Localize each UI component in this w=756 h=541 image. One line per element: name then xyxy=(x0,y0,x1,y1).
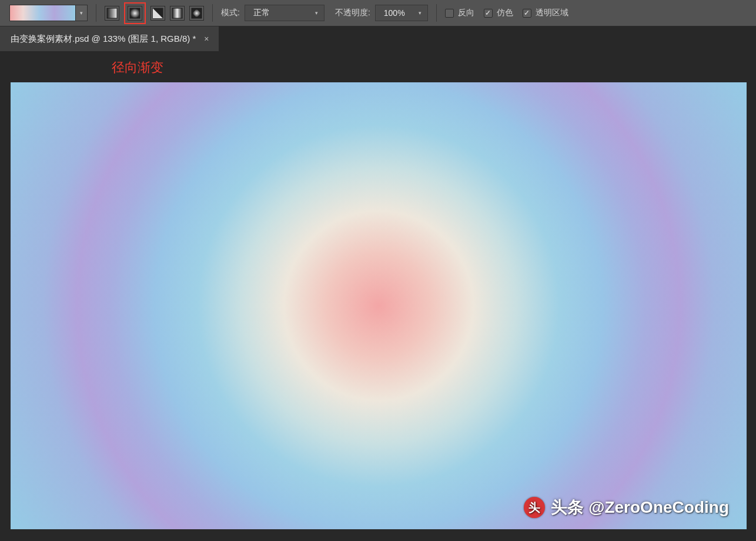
annotation-label: 径向渐变 xyxy=(112,59,163,76)
reverse-label: 反向 xyxy=(458,8,474,18)
radial-gradient-icon xyxy=(129,8,141,19)
linear-gradient-icon xyxy=(106,8,118,19)
canvas-area: 头 头条 @ZeroOneCoding xyxy=(11,82,747,529)
gradient-reflected-button[interactable] xyxy=(170,6,185,21)
blend-mode-select[interactable]: 正常 ▾ xyxy=(245,5,325,21)
transparency-checkbox-group: 透明区域 xyxy=(523,8,568,18)
gradient-swatch[interactable] xyxy=(9,5,76,21)
gradient-dropdown[interactable]: ▾ xyxy=(76,5,88,21)
mode-label: 模式: xyxy=(221,8,240,18)
gradient-radial-button[interactable] xyxy=(128,6,142,21)
dither-label: 仿色 xyxy=(497,8,513,18)
divider xyxy=(436,4,437,22)
document-canvas[interactable] xyxy=(11,82,747,529)
opacity-value: 100% xyxy=(376,8,413,18)
transparency-label: 透明区域 xyxy=(536,8,568,18)
transparency-checkbox[interactable] xyxy=(523,9,531,18)
divider xyxy=(96,4,96,22)
gradient-angle-button[interactable] xyxy=(150,6,165,21)
blend-mode-value: 正常 xyxy=(245,8,310,18)
options-bar: ▾ xyxy=(0,0,756,26)
document-tab[interactable]: 由变换案例素材.psd @ 133% (图层 1, RGB/8) * × xyxy=(0,26,219,51)
opacity-input[interactable]: 100% ▾ xyxy=(375,5,428,21)
reverse-checkbox[interactable] xyxy=(445,9,454,18)
angle-gradient-icon xyxy=(152,8,163,19)
gradient-type-group xyxy=(105,6,204,21)
svg-rect-0 xyxy=(107,8,117,18)
dither-checkbox-group: 仿色 xyxy=(484,8,513,18)
gradient-linear-button[interactable] xyxy=(105,6,119,21)
gradient-picker[interactable]: ▾ xyxy=(9,5,88,21)
chevron-down-icon: ▾ xyxy=(80,10,83,16)
gradient-diamond-button[interactable] xyxy=(189,6,204,21)
diamond-gradient-icon xyxy=(191,8,202,19)
svg-rect-1 xyxy=(130,8,140,18)
reverse-checkbox-group: 反向 xyxy=(445,8,474,18)
opacity-group: 不透明度: 100% ▾ xyxy=(335,5,428,21)
document-tab-bar: 由变换案例素材.psd @ 133% (图层 1, RGB/8) * × xyxy=(0,26,756,51)
blend-mode-group: 模式: 正常 ▾ xyxy=(221,5,325,21)
reflected-gradient-icon xyxy=(172,8,183,19)
close-icon[interactable]: × xyxy=(204,34,209,44)
chevron-down-icon: ▾ xyxy=(310,10,324,16)
highlight-box xyxy=(124,2,146,24)
dither-checkbox[interactable] xyxy=(484,9,493,18)
svg-rect-3 xyxy=(172,8,182,18)
document-tab-title: 由变换案例素材.psd @ 133% (图层 1, RGB/8) * xyxy=(11,34,196,45)
chevron-down-icon: ▾ xyxy=(413,10,427,16)
divider xyxy=(212,4,213,22)
opacity-label: 不透明度: xyxy=(335,8,370,18)
